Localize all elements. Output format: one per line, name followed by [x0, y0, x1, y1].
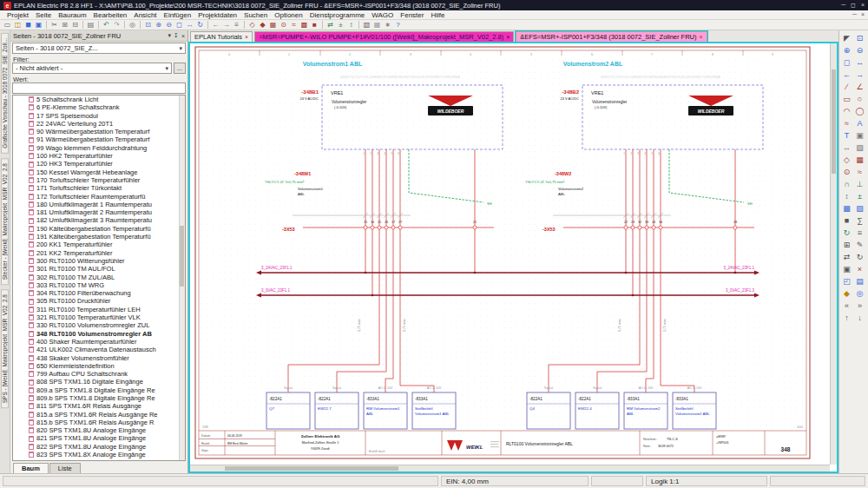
editor-tab[interactable]: =MSR=PUMPE+-WILO PUMPE+F1#V01/100 ([Weik…: [254, 31, 514, 42]
tree-item-page[interactable]: 823 SPS TXM1.8X Analoge Eingänge: [13, 451, 185, 458]
interruption-point-icon[interactable]: ↕: [840, 190, 853, 202]
plc-box-icon[interactable]: ▩: [299, 21, 309, 30]
separator[interactable]: [322, 21, 323, 29]
tree-item-page[interactable]: 180 Umluftklimagerät 1 Raumtemperatu: [13, 201, 185, 208]
terminal-strip-icon[interactable]: ⊙: [840, 166, 853, 178]
structure-box-icon[interactable]: ▧: [853, 202, 866, 214]
tree-item-page[interactable]: 91 Wärmeübergabestation Temperaturf: [13, 135, 185, 143]
tree-item-page[interactable]: 305 RLT0100 Druckfühler: [13, 297, 185, 305]
menu-item[interactable]: Dienstprogramme: [306, 11, 369, 19]
separator[interactable]: [207, 21, 208, 29]
tree-item-page[interactable]: 824 SPS TXM1.8U Analoge Eingänge: [13, 458, 185, 461]
tree-item-page[interactable]: 150 Kessel Warngerät Hebeanlage: [13, 168, 185, 176]
insert-arc-icon[interactable]: ◠: [840, 105, 853, 117]
separator[interactable]: [46, 21, 47, 29]
child-minimize-icon[interactable]: ─: [852, 11, 857, 17]
settings-icon[interactable]: ∗: [383, 21, 392, 30]
docked-panel-tab[interactable]: Grafische Vorschau - 3018 0072_SIE_Zoll.…: [1, 33, 9, 154]
tree-item-page[interactable]: 200 KK1 Temperaturfühler: [13, 241, 185, 248]
tree-item-page[interactable]: 100 HK2 Temperaturfühler: [13, 152, 185, 160]
insert-circle-icon[interactable]: ○: [853, 93, 866, 105]
print-icon[interactable]: ▤: [86, 21, 95, 30]
close-tab-icon[interactable]: ×: [245, 34, 248, 40]
next-view-icon[interactable]: →: [853, 69, 866, 81]
properties-icon[interactable]: ✎: [853, 239, 866, 251]
tree-item-page[interactable]: 170 Torluftschleier Temperaturfühler: [13, 176, 185, 184]
tree-item-page[interactable]: 182 Umluftklimagerät 3 Raumtemperatu: [13, 216, 185, 224]
tree-item-page[interactable]: 90 Wärmeübergabestation Temperaturf: [13, 128, 185, 135]
cable-tag[interactable]: -348W2: [555, 171, 571, 176]
separator[interactable]: [82, 21, 83, 29]
bus-label-0vac[interactable]: 3_0VAC_23F1.3: [726, 288, 754, 293]
tree-item-page[interactable]: 99 Wago klemmen Felddurchdrahtung: [13, 144, 185, 152]
tree-item-page[interactable]: 300 RLT0100 Witterungsfühler: [13, 257, 185, 265]
tree-item-page[interactable]: 301 RLT0100 TM AUL/FOL: [13, 265, 185, 273]
separator[interactable]: [358, 21, 359, 29]
cable-definition-icon[interactable]: ≈: [853, 166, 866, 178]
menu-item[interactable]: Fenster: [397, 11, 427, 19]
previous-page-icon[interactable]: ←: [211, 21, 220, 30]
update-icon[interactable]: ↻: [840, 227, 853, 239]
editor-tab[interactable]: EPLAN Tutorials ×: [190, 31, 253, 42]
new-page-icon[interactable]: ▭: [3, 21, 12, 30]
redo-icon[interactable]: ↷: [112, 21, 122, 30]
find-icon[interactable]: ◎: [128, 21, 137, 30]
insert-spline-icon[interactable]: ≈: [840, 117, 853, 129]
tree-item-page[interactable]: 191 Kälteübergabestation Temperaturfü: [13, 233, 185, 241]
first-page-icon[interactable]: ↑: [840, 312, 853, 324]
tree-item-page[interactable]: 321 RLT0100 Temperaturfühler VLK: [13, 313, 185, 321]
search-device-icon[interactable]: ◎: [853, 287, 866, 300]
bus-label-24vac[interactable]: 3_24VAC_23F1.1: [724, 266, 755, 270]
redraw-icon[interactable]: ↻: [195, 21, 205, 30]
bus-label-0vac[interactable]: 3_0VAC_23F1.1: [261, 288, 290, 293]
menu-item[interactable]: Hilfe: [427, 11, 448, 19]
close-tab-icon[interactable]: ×: [700, 34, 703, 40]
tree-item-page[interactable]: 302 RLT0100 TM ZUL/ABL: [13, 274, 185, 281]
tree-item-page[interactable]: 809.a SPS TXM1.8 Digitale Eingänge Re: [13, 386, 185, 394]
next-page-icon[interactable]: »: [853, 300, 866, 312]
filter-browse-button[interactable]: ...: [174, 63, 186, 74]
maximize-icon[interactable]: ◻: [851, 2, 856, 9]
tree-item-page[interactable]: 821 SPS TXM1.8U Analoge Eingänge: [13, 434, 185, 442]
menu-item[interactable]: Projektdaten: [194, 11, 240, 19]
close-tab-icon[interactable]: ×: [506, 34, 510, 40]
schematic-canvas[interactable]: 01 23 45 67 89 338 400: [188, 42, 838, 473]
group-icon[interactable]: ▣: [840, 263, 853, 275]
bookmark-icon[interactable]: ◆: [840, 287, 853, 300]
insert-device-icon[interactable]: ▦: [853, 154, 866, 166]
insert-polyline-icon[interactable]: ∠: [853, 81, 866, 93]
separator[interactable]: [244, 21, 245, 29]
tree-item-page[interactable]: 17 SPS Speisemodul: [13, 112, 185, 120]
zoom-in-icon[interactable]: ⊕: [840, 44, 853, 56]
tree-item-page[interactable]: 811 SPS TXM1.6R Relais Ausgänge: [13, 402, 185, 410]
menu-item[interactable]: Ansicht: [130, 11, 160, 19]
terminal-strip-tag[interactable]: -3X53: [542, 227, 556, 232]
open-project-icon[interactable]: ◫: [13, 21, 23, 30]
editor-tab[interactable]: &EFS=MSR+-ISP001+F3/348 (3018 0072_SIE_Z…: [516, 31, 707, 42]
grid-icon[interactable]: ▦: [372, 21, 382, 30]
tree-item-page[interactable]: 421 ULK002 Climaventa Datenaustausch: [13, 346, 185, 353]
tree-item-page[interactable]: 311 RLT0100 Temperaturfühler LEH: [13, 306, 185, 313]
pin-icon[interactable]: ↧: [174, 32, 179, 39]
zoom-window-icon[interactable]: ⊡: [853, 32, 866, 44]
tree-item-page[interactable]: 201 KK2 Temperaturfühler: [13, 249, 185, 257]
tree-item-page[interactable]: 815.b SPS TXM1.6R Relais Ausgänge R: [13, 419, 185, 426]
insert-line-icon[interactable]: ∕: [840, 81, 853, 93]
tree-item-page[interactable]: 822 SPS TXM1.8U Analoge Eingänge: [13, 443, 185, 451]
terminal-strip-tag[interactable]: -3X53: [282, 227, 295, 232]
pan-icon[interactable]: ↔: [185, 21, 194, 30]
insert-ellipse-icon[interactable]: ◯: [853, 105, 866, 117]
menu-item[interactable]: WAGO: [368, 11, 397, 19]
delete-icon[interactable]: ×: [853, 263, 866, 275]
canvas-horizontal-scrollbar[interactable]: [190, 465, 830, 472]
save-all-icon[interactable]: ▣: [34, 21, 43, 30]
black-box-icon[interactable]: ■: [310, 21, 319, 30]
menu-item[interactable]: Optionen: [271, 11, 306, 19]
insert-window-icon[interactable]: ◰: [840, 275, 853, 287]
tree-item-page[interactable]: 171 Torluftschleier Türkontakt: [13, 184, 185, 192]
help-icon[interactable]: ?: [393, 21, 403, 30]
connection-icon[interactable]: ⇄: [326, 21, 335, 30]
layers-icon[interactable]: ▧: [362, 21, 372, 30]
tree-item-page[interactable]: 799 Aufbau CPU Schaltschrank: [13, 370, 185, 378]
zoom-out-icon[interactable]: ⊖: [853, 44, 866, 56]
